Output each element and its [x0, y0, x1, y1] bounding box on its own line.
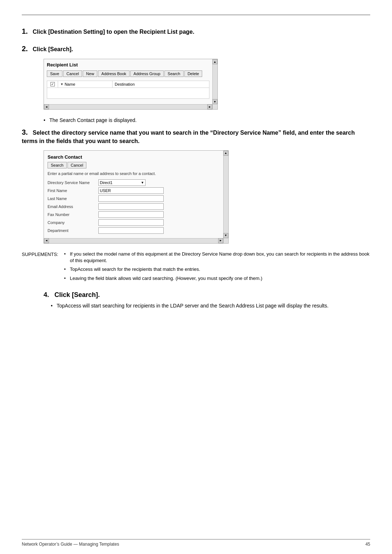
step-4-number: 4. — [44, 291, 49, 298]
department-label: Department — [48, 228, 98, 233]
search-hint-text: Enter a partial name or email address to… — [48, 171, 220, 176]
recipient-list-title: Recipient List — [47, 62, 209, 68]
step-2-number: 2. — [22, 45, 28, 53]
scroll-up-arrow[interactable]: ▲ — [212, 59, 217, 64]
last-name-input[interactable] — [98, 195, 164, 202]
recipient-list-screenshot: ▲ ▼ Recipient List Save Cancel New Addre… — [44, 59, 218, 110]
step-4-text: Click [Search]. — [54, 291, 100, 298]
scroll-left-arrow-2[interactable]: ◄ — [44, 238, 49, 243]
search-contact-search-button[interactable]: Search — [48, 162, 67, 168]
directory-service-row: Directory Service Name Direct1 ▼ — [48, 179, 220, 186]
step-1-heading: 1. Click [Destination Setting] to open t… — [22, 26, 370, 36]
step-4-heading: 4. Click [Search]. — [44, 291, 370, 299]
select-dropdown-arrow: ▼ — [141, 181, 144, 184]
step2-bullets: The Search Contact page is displayed. — [44, 117, 370, 124]
step-1-text: Click [Destination Setting] to open the … — [33, 29, 194, 35]
step4-bullets: TopAccess will start searching for recip… — [51, 302, 370, 310]
email-address-row: Email Address — [48, 203, 220, 210]
vertical-scrollbar-2[interactable]: ▲ ▼ — [223, 151, 228, 243]
sort-down-arrow[interactable]: ▼ — [60, 82, 64, 86]
table-body — [47, 88, 209, 99]
footer-left-text: Network Operator’s Guide — Managing Temp… — [22, 542, 119, 547]
vertical-scrollbar[interactable]: ▲ ▼ — [212, 59, 217, 109]
step-2-text: Click [Search]. — [33, 46, 73, 52]
last-name-label: Last Name — [48, 196, 98, 201]
step-2-heading: 2. Click [Search]. — [22, 44, 370, 54]
step-3-heading: 3. Select the directory service name tha… — [22, 127, 370, 145]
company-label: Company — [48, 220, 98, 225]
directory-service-value: Direct1 — [100, 180, 113, 185]
name-col-header: ▼ Name — [58, 81, 113, 87]
step-3: 3. Select the directory service name tha… — [22, 127, 370, 244]
supplement-item-3: Leaving the field blank allows wild card… — [64, 275, 370, 282]
save-button[interactable]: Save — [47, 70, 62, 77]
delete-button[interactable]: Delete — [184, 70, 203, 77]
email-address-input[interactable] — [98, 203, 164, 210]
search-contact-displayed-note: The Search Contact page is displayed. — [44, 117, 370, 124]
scroll-down-arrow[interactable]: ▼ — [212, 99, 217, 104]
address-group-button[interactable]: Address Group — [130, 70, 164, 77]
scroll-up-arrow-2[interactable]: ▲ — [223, 151, 228, 156]
search-contact-title: Search Contact — [48, 154, 220, 160]
department-row: Department — [48, 227, 220, 234]
table-header: ✓ ▼ Name Destination — [47, 81, 209, 88]
supplement-item-2: TopAccess will search for the recipients… — [64, 266, 370, 273]
company-input[interactable] — [98, 219, 164, 226]
fax-number-input[interactable] — [98, 211, 164, 218]
new-button[interactable]: New — [83, 70, 97, 77]
email-address-label: Email Address — [48, 204, 98, 209]
page-footer: Network Operator’s Guide — Managing Temp… — [22, 539, 370, 547]
horizontal-scrollbar[interactable]: ◄ ► — [44, 104, 212, 109]
cancel-button[interactable]: Cancel — [63, 70, 82, 77]
recipient-list-toolbar: Save Cancel New Address Book Address Gro… — [47, 70, 209, 77]
step-3-text: Select the directory service name that y… — [22, 130, 355, 144]
step4-bullet-item: TopAccess will start searching for recip… — [51, 302, 370, 310]
directory-service-select[interactable]: Direct1 ▼ — [98, 179, 146, 186]
first-name-row: First Name — [48, 187, 220, 194]
company-row: Company — [48, 219, 220, 226]
step-1: 1. Click [Destination Setting] to open t… — [22, 26, 370, 36]
department-input[interactable] — [98, 227, 164, 234]
step-4: 4. Click [Search]. TopAccess will start … — [22, 291, 370, 310]
select-all-checkbox[interactable]: ✓ — [50, 82, 55, 86]
first-name-input[interactable] — [98, 187, 164, 194]
search-contact-screenshot: ▲ ▼ Search Contact Search Cancel Enter a… — [44, 150, 229, 244]
horizontal-scrollbar-2[interactable]: ◄ ► — [44, 238, 223, 243]
scroll-right-arrow[interactable]: ► — [207, 104, 212, 109]
address-book-button[interactable]: Address Book — [98, 70, 129, 77]
checkbox-col-header: ✓ — [47, 81, 58, 87]
scroll-down-arrow-2[interactable]: ▼ — [223, 233, 228, 238]
footer-page-number: 45 — [366, 542, 370, 547]
first-name-label: First Name — [48, 188, 98, 193]
scroll-right-arrow-2[interactable]: ► — [218, 238, 223, 243]
directory-service-label: Directory Service Name — [48, 180, 98, 185]
top-border — [22, 15, 370, 15]
fax-number-row: Fax Number — [48, 211, 220, 218]
search-button[interactable]: Search — [164, 70, 184, 77]
supplements-list: If you select the model name of this equ… — [64, 251, 370, 284]
search-contact-cancel-button[interactable]: Cancel — [68, 162, 86, 168]
name-col-label: Name — [65, 82, 75, 86]
step-3-number: 3. — [22, 128, 28, 136]
scroll-left-arrow[interactable]: ◄ — [44, 104, 49, 109]
directory-service-select-wrapper: Direct1 ▼ — [98, 179, 146, 186]
destination-col-header: Destination — [113, 81, 209, 87]
search-contact-toolbar: Search Cancel — [48, 162, 220, 168]
fax-number-label: Fax Number — [48, 212, 98, 217]
last-name-row: Last Name — [48, 195, 220, 202]
supplement-item-1: If you select the model name of this equ… — [64, 251, 370, 264]
step-2: 2. Click [Search]. ▲ ▼ Recipient List Sa… — [22, 44, 370, 110]
supplements-label: SUPPLEMENTS: — [22, 251, 58, 284]
step-1-number: 1. — [22, 27, 28, 35]
supplements-section: SUPPLEMENTS: If you select the model nam… — [22, 251, 370, 284]
page-container: 1. Click [Destination Setting] to open t… — [0, 0, 392, 338]
